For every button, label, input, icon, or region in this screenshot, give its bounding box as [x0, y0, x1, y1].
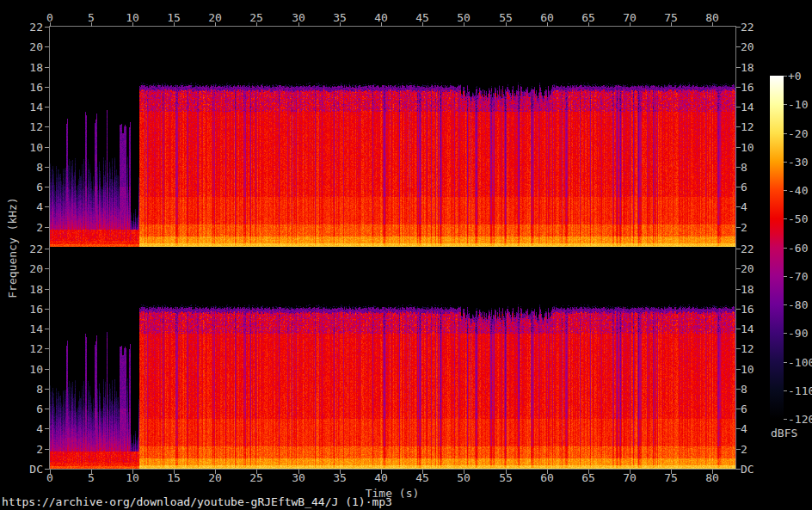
freq-tick-label-right: 10 [741, 142, 766, 153]
freq-tick-left [45, 187, 49, 187]
freq-tick-left [45, 46, 49, 47]
freq-tick-label-right: 20 [741, 41, 766, 52]
colorbar-tick [784, 390, 787, 391]
freq-tick-left [45, 409, 49, 409]
colorbar-gradient [770, 76, 784, 419]
freq-tick-label-right: 6 [741, 181, 766, 193]
colorbar-unit-label: dBFS [771, 427, 797, 439]
time-tick-label-top: 30 [286, 12, 311, 23]
freq-tick-label-right: 16 [741, 82, 766, 93]
freq-tick-label-right: 4 [741, 201, 766, 212]
freq-tick-left [45, 389, 49, 390]
time-tick-label-bottom: 35 [327, 472, 353, 483]
time-tick-label-bottom: 30 [286, 472, 311, 483]
freq-tick-label-right: 18 [741, 62, 766, 73]
freq-tick-left [45, 329, 49, 329]
freq-tick-label-left: 16 [17, 304, 43, 315]
colorbar-tick [784, 362, 787, 363]
freq-tick-label-left: 18 [17, 62, 43, 73]
freq-tick-label-right: 14 [741, 101, 766, 113]
freq-tick-left [45, 147, 49, 148]
freq-tick-left [45, 107, 49, 108]
freq-tick-label-left: 6 [17, 181, 43, 193]
freq-tick-left [45, 369, 49, 370]
time-tick-label-top: 15 [161, 12, 187, 23]
time-tick-label-bottom: 50 [451, 472, 477, 483]
freq-tick-label-left: 14 [17, 323, 43, 335]
colorbar-tick [784, 333, 787, 334]
freq-tick-label-right: 12 [741, 343, 766, 354]
colorbar-tick-label: -80 [788, 299, 812, 310]
colorbar-tick [784, 248, 787, 249]
colorbar-tick-label: -110 [788, 385, 812, 396]
freq-tick-left [45, 227, 49, 228]
freq-tick-left [45, 126, 49, 127]
freq-tick-label-left: 22 [17, 243, 43, 255]
spectrogram-figure: Frequency (kHz) 005510101515202025253030… [0, 0, 812, 510]
colorbar-tick [784, 276, 787, 277]
freq-tick-label-left: 2 [17, 444, 43, 455]
time-tick-label-bottom: 20 [202, 472, 228, 483]
time-tick-label-bottom: 55 [493, 472, 519, 483]
freq-tick-label-right: 22 [741, 243, 766, 255]
freq-tick-left [45, 449, 49, 450]
freq-tick-label-left: 8 [17, 162, 43, 173]
freq-tick-label-left: 22 [17, 22, 43, 33]
freq-tick-label-right: 14 [741, 323, 766, 335]
freq-tick-label-right: 10 [741, 364, 766, 375]
time-tick-label-top: 45 [409, 12, 435, 23]
time-tick-label-top: 35 [327, 12, 353, 23]
time-tick-label-top: 55 [493, 12, 519, 23]
freq-tick-label-right: 20 [741, 263, 766, 274]
freq-dc-label-right: DC [741, 464, 766, 475]
colorbar-tick-label: -120 [788, 414, 812, 425]
time-tick-label-top: 75 [658, 12, 684, 23]
freq-tick-label-left: 6 [17, 403, 43, 415]
colorbar-tick [784, 419, 787, 420]
colorbar-tick [784, 190, 787, 191]
freq-tick-left [45, 167, 49, 168]
freq-tick-left [45, 428, 49, 429]
freq-dc-label-left: DC [17, 464, 43, 475]
colorbar-tick-label: -40 [788, 185, 812, 196]
freq-tick-label-right: 2 [741, 444, 766, 455]
bottom-axis-line [49, 469, 736, 470]
time-tick-label-bottom: 60 [534, 472, 560, 483]
freq-tick-label-left: 10 [17, 142, 43, 153]
right-axis-line [735, 27, 736, 469]
time-tick-label-top: 20 [202, 12, 228, 23]
spectrogram-channel-2 [50, 249, 735, 469]
top-axis-line [49, 26, 736, 27]
time-tick-label-bottom: 80 [699, 472, 725, 483]
time-tick-label-top: 25 [243, 12, 269, 23]
freq-tick-label-left: 4 [17, 201, 43, 212]
time-tick-label-top: 5 [78, 12, 104, 23]
freq-tick-label-left: 18 [17, 284, 43, 295]
time-tick-label-top: 60 [534, 12, 560, 23]
colorbar-tick-label: -10 [788, 99, 812, 110]
time-tick-label-bottom: 75 [658, 472, 684, 483]
freq-tick-label-right: 18 [741, 284, 766, 295]
colorbar-tick-label: -90 [788, 328, 812, 339]
freq-tick-label-right: 8 [741, 162, 766, 173]
source-file-caption: https://archive·org/download/youtube-gRJ… [2, 495, 392, 508]
colorbar-tick [784, 218, 787, 219]
freq-tick-label-left: 8 [17, 384, 43, 395]
time-tick-label-top: 80 [699, 12, 725, 23]
time-tick-label-top: 65 [575, 12, 601, 23]
freq-tick-left [45, 469, 49, 470]
colorbar-tick [784, 162, 787, 163]
colorbar-tick-label: -70 [788, 271, 812, 282]
time-tick-label-bottom: 5 [78, 472, 104, 483]
time-tick-label-bottom: 15 [161, 472, 187, 483]
freq-tick-label-right: 12 [741, 121, 766, 132]
colorbar-tick-label: -100 [788, 357, 812, 368]
freq-tick-left [45, 67, 49, 68]
freq-tick-label-left: 12 [17, 121, 43, 132]
freq-tick-label-right: 22 [741, 22, 766, 33]
colorbar-tick-label: -50 [788, 213, 812, 224]
time-tick-label-bottom: 10 [120, 472, 145, 483]
freq-tick-label-right: 2 [741, 222, 766, 233]
freq-tick-left [45, 348, 49, 349]
freq-tick-label-left: 10 [17, 364, 43, 375]
